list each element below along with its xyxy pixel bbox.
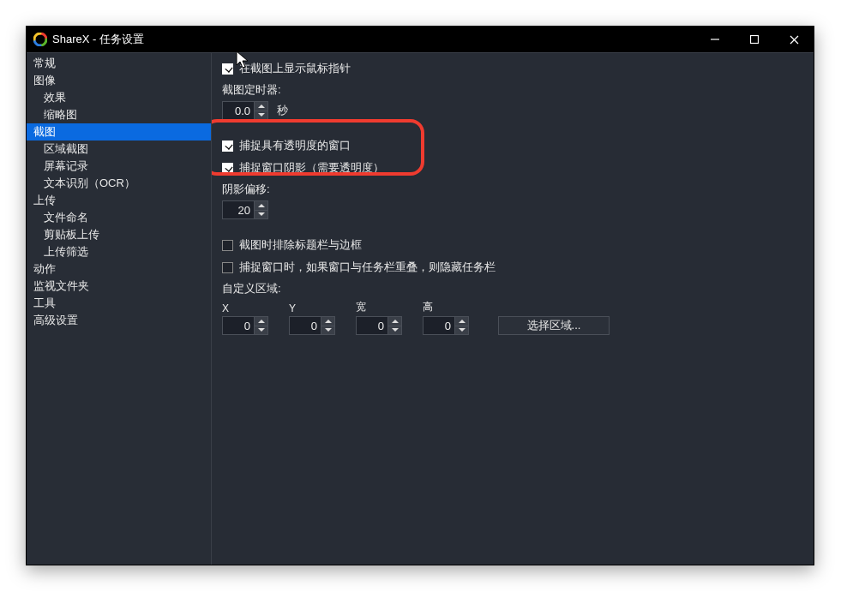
sidebar-item-0[interactable]: 常规 (27, 55, 211, 72)
capture-shadow-row[interactable]: 捕捉窗口阴影（需要透明度） (222, 159, 803, 176)
sidebar-item-15[interactable]: 高级设置 (27, 312, 211, 329)
sidebar-item-10[interactable]: 剪贴板上传 (27, 226, 211, 243)
capture-shadow-checkbox[interactable] (222, 163, 233, 174)
remove-titlebar-row[interactable]: 截图时排除标题栏与边框 (222, 236, 803, 254)
app-icon (33, 33, 47, 46)
shadow-offset-spinner[interactable] (222, 200, 268, 219)
region-w-down[interactable] (388, 326, 402, 336)
hide-taskbar-row[interactable]: 捕捉窗口时，如果窗口与任务栏重叠，则隐藏任务栏 (222, 259, 803, 276)
region-h-label: 高 (423, 300, 478, 314)
minimize-button[interactable] (695, 27, 735, 52)
show-cursor-checkbox[interactable] (222, 63, 233, 75)
window-title: ShareX - 任务设置 (52, 32, 144, 47)
region-y-up[interactable] (321, 316, 335, 326)
shadow-offset-label: 阴影偏移: (222, 182, 803, 197)
region-w-label: 宽 (356, 300, 411, 314)
region-y-label: Y (289, 302, 344, 314)
sidebar-item-7[interactable]: 文本识别（OCR） (27, 175, 211, 192)
hide-taskbar-checkbox[interactable] (222, 262, 233, 273)
region-x-spinner[interactable] (222, 316, 268, 335)
timer-spinner[interactable] (222, 101, 268, 120)
timer-down-button[interactable] (255, 111, 268, 121)
hide-taskbar-label: 捕捉窗口时，如果窗口与任务栏重叠，则隐藏任务栏 (239, 260, 496, 275)
svg-rect-2 (751, 36, 759, 44)
sidebar-item-8[interactable]: 上传 (27, 192, 211, 209)
capture-transparent-checkbox[interactable] (222, 141, 233, 152)
show-cursor-label: 在截图上显示鼠标指针 (239, 61, 351, 76)
sidebar-item-13[interactable]: 监视文件夹 (27, 278, 211, 295)
capture-transparent-label: 捕捉具有透明度的窗口 (239, 138, 351, 153)
timer-up-button[interactable] (255, 101, 268, 111)
show-cursor-row[interactable]: 在截图上显示鼠标指针 (222, 60, 803, 77)
sidebar-item-4[interactable]: 截图 (27, 123, 211, 141)
content-panel: 在截图上显示鼠标指针 截图定时器: 秒 捕捉具有透明度的窗口 (212, 53, 814, 565)
remove-titlebar-checkbox[interactable] (222, 240, 233, 251)
region-y-down[interactable] (321, 326, 335, 336)
region-y-input[interactable] (289, 316, 321, 335)
sidebar-item-3[interactable]: 缩略图 (27, 106, 211, 123)
region-h-up[interactable] (455, 316, 469, 326)
sidebar-item-6[interactable]: 屏幕记录 (27, 158, 211, 175)
shadow-offset-down-button[interactable] (255, 210, 268, 220)
titlebar[interactable]: ShareX - 任务设置 (27, 27, 814, 52)
window: ShareX - 任务设置 常规图像效果缩略图截图区域截图屏幕记录文本识别（OC… (26, 26, 814, 565)
region-x-input[interactable] (222, 316, 255, 335)
region-x-label: X (222, 302, 277, 314)
timer-label: 截图定时器: (222, 82, 803, 98)
select-region-button[interactable]: 选择区域... (498, 316, 610, 335)
sidebar-item-1[interactable]: 图像 (27, 72, 211, 89)
custom-region-label: 自定义区域: (222, 281, 803, 296)
timer-input[interactable] (222, 101, 255, 120)
maximize-button[interactable] (735, 27, 774, 52)
sidebar-item-11[interactable]: 上传筛选 (27, 243, 211, 260)
sidebar: 常规图像效果缩略图截图区域截图屏幕记录文本识别（OCR）上传文件命名剪贴板上传上… (27, 53, 212, 565)
sidebar-item-12[interactable]: 动作 (27, 260, 211, 278)
capture-shadow-label: 捕捉窗口阴影（需要透明度） (239, 160, 384, 176)
capture-transparent-row[interactable]: 捕捉具有透明度的窗口 (222, 137, 803, 154)
region-y-spinner[interactable] (289, 316, 335, 335)
region-w-up[interactable] (388, 316, 402, 326)
region-x-down[interactable] (255, 326, 268, 336)
sidebar-item-14[interactable]: 工具 (27, 295, 211, 312)
region-h-spinner[interactable] (423, 316, 469, 335)
sidebar-item-9[interactable]: 文件命名 (27, 209, 211, 226)
region-h-input[interactable] (423, 316, 455, 335)
sidebar-item-5[interactable]: 区域截图 (27, 141, 211, 158)
remove-titlebar-label: 截图时排除标题栏与边框 (239, 237, 362, 253)
shadow-offset-up-button[interactable] (255, 200, 268, 210)
timer-unit: 秒 (277, 103, 288, 118)
close-button[interactable] (774, 27, 814, 52)
region-x-up[interactable] (255, 316, 268, 326)
sidebar-item-2[interactable]: 效果 (27, 89, 211, 106)
region-h-down[interactable] (455, 326, 469, 336)
region-w-input[interactable] (356, 316, 388, 335)
shadow-offset-input[interactable] (222, 200, 255, 219)
region-w-spinner[interactable] (356, 316, 402, 335)
